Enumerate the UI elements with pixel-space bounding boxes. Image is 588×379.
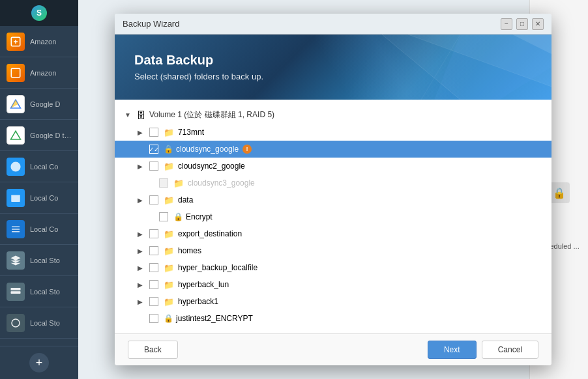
folder-icon: 📁: [164, 280, 174, 290]
sidebar-item-label: Local Sto: [30, 319, 60, 327]
local-backup-icon1: [7, 158, 25, 176]
maximize-button[interactable]: □: [516, 18, 528, 30]
next-button[interactable]: Next: [428, 341, 477, 359]
storage-icon3: [7, 314, 25, 332]
checkbox-cloudsync-google[interactable]: ✓: [149, 145, 158, 154]
folder-tree[interactable]: ▼ 🗄 Volume 1 (位於 磁碟群組 1, RAID 5) ▶ 📁 713…: [115, 100, 551, 333]
sidebar-item-storage2[interactable]: Local Sto: [0, 276, 78, 307]
tree-item-hyperback-lun[interactable]: ▶ 📁 hyperback_lun: [115, 276, 551, 293]
sidebar-item-storage1[interactable]: Local Sto: [0, 245, 78, 276]
tree-item-cloudsync2[interactable]: ▶ 📁 cloudsync2_google: [115, 158, 551, 175]
tree-item-encrypt[interactable]: 🔒 Encrypt: [115, 208, 551, 225]
checkbox-713mnt[interactable]: [149, 128, 158, 137]
lock-icon-encrypt: 🔒: [173, 212, 183, 221]
sidebar-item-local1[interactable]: Local Co: [0, 151, 78, 182]
item-name-cloudsync3: cloudsync3_google: [188, 178, 255, 188]
close-button[interactable]: ✕: [532, 18, 544, 30]
tree-item-hyper-backup[interactable]: ▶ 📁 hyper_backup_localfile: [115, 259, 551, 276]
expand-arrow: ▶: [138, 197, 145, 204]
warning-icon-cloudsync: !: [243, 145, 252, 154]
svg-marker-10: [408, 35, 551, 87]
tree-item-hyperback1[interactable]: ▶ 📁 hyperback1: [115, 293, 551, 310]
checkbox-cloudsync3[interactable]: [159, 178, 168, 188]
checkbox-cloudsync2[interactable]: [149, 161, 158, 171]
checkbox-hyperback1[interactable]: [149, 297, 158, 306]
checkbox-justintest2[interactable]: [149, 314, 158, 323]
svg-rect-5: [11, 195, 20, 202]
minimize-button[interactable]: −: [501, 18, 512, 30]
tree-item-export-dest[interactable]: ▶ 📁 export_destination: [115, 225, 551, 242]
sidebar-item-local2[interactable]: Local Co: [0, 182, 78, 214]
dialog-header: Data Backup Select (shared) folders to b…: [115, 35, 551, 100]
item-name-cloudsync2: cloudsync2_google: [178, 161, 245, 171]
tree-item-cloudsync-google[interactable]: ✓ 🔒 cloudsync_google !: [115, 141, 551, 158]
sidebar-item-local3[interactable]: Local Co: [0, 214, 78, 245]
volume-label: Volume 1 (位於 磁碟群組 1, RAID 5): [149, 109, 274, 120]
gdrive-icon1: [7, 95, 25, 113]
svg-line-13: [382, 35, 460, 100]
dialog-overlay: Backup Wizard − □ ✕: [78, 0, 588, 379]
lock-icon-justintest2: 🔒: [164, 314, 173, 323]
back-button[interactable]: Back: [128, 341, 178, 359]
dialog-footer: Back Next Cancel: [115, 333, 551, 365]
folder-icon: 📁: [164, 246, 174, 256]
item-name-encrypt: Encrypt: [186, 212, 213, 221]
sidebar-item-label: Local Sto: [30, 257, 60, 264]
expand-arrow: ▶: [138, 247, 145, 255]
expand-arrow: ▶: [138, 281, 145, 288]
storage-icon2: [7, 283, 25, 301]
expand-arrow: ▶: [138, 231, 145, 238]
storage-icon1: [7, 251, 25, 270]
sidebar-item-amazon1[interactable]: Amazon: [0, 26, 78, 57]
dialog-controls: − □ ✕: [501, 18, 544, 30]
checkbox-data[interactable]: [149, 195, 158, 204]
item-name-hyperback1: hyperback1: [178, 297, 218, 306]
volume-icon: 🗄: [136, 110, 145, 120]
amazon-icon1: [7, 33, 25, 51]
svg-marker-12: [512, 35, 551, 54]
dialog-header-subtitle: Select (shared) folders to back up.: [134, 72, 263, 81]
svg-marker-4: [11, 131, 21, 139]
svg-marker-11: [434, 35, 551, 100]
folder-icon: 📁: [164, 297, 174, 307]
tree-item-justintest2[interactable]: 🔒 justintest2_ENCRYPT: [115, 310, 551, 327]
add-button[interactable]: +: [29, 353, 49, 372]
header-decoration: [333, 35, 551, 100]
expand-arrow: ▶: [138, 163, 145, 170]
sidebar-item-storage3[interactable]: Local Sto: [0, 307, 78, 339]
sidebar-item-amazon2[interactable]: Amazon: [0, 57, 78, 89]
svg-rect-1: [11, 68, 20, 77]
svg-rect-7: [11, 291, 21, 294]
checkbox-hyper-backup[interactable]: [149, 263, 158, 272]
svg-marker-9: [382, 35, 551, 100]
sidebar-item-label: Local Co: [30, 225, 58, 233]
checkbox-hyperback-lun[interactable]: [149, 280, 158, 289]
sidebar-header: S: [0, 0, 78, 26]
sidebar-item-gdrive1[interactable]: Google D: [0, 89, 78, 120]
expand-arrow: ▶: [138, 129, 145, 136]
checkbox-export-dest[interactable]: [149, 229, 158, 238]
local-backup-icon2: [7, 189, 25, 207]
item-name-cloudsync-google: cloudsync_google: [176, 145, 239, 154]
sidebar-item-label: Google D test: [30, 132, 72, 139]
svg-point-8: [12, 319, 20, 327]
sidebar-item-gdrive2[interactable]: Google D test: [0, 120, 78, 151]
tree-item-data[interactable]: ▶ 📁 data: [115, 191, 551, 208]
dialog-titlebar: Backup Wizard − □ ✕: [115, 14, 551, 35]
volume-row[interactable]: ▼ 🗄 Volume 1 (位於 磁碟群組 1, RAID 5): [115, 106, 551, 124]
item-name-justintest2: justintest2_ENCRYPT: [176, 314, 253, 323]
cancel-button[interactable]: Cancel: [482, 341, 538, 359]
folder-icon: 📁: [164, 229, 174, 239]
tree-item-homes[interactable]: ▶ 📁 homes: [115, 242, 551, 259]
svg-rect-6: [11, 288, 21, 290]
checkbox-homes[interactable]: [149, 246, 158, 255]
item-name-data: data: [178, 195, 193, 204]
local-backup-icon3: [7, 220, 25, 238]
sidebar-item-label: Local Sto: [30, 288, 60, 296]
tree-item-713mnt[interactable]: ▶ 📁 713mnt: [115, 124, 551, 141]
dialog-title: Backup Wizard: [123, 19, 179, 29]
tree-item-cloudsync3[interactable]: 📁 cloudsync3_google: [115, 175, 551, 191]
checkbox-encrypt[interactable]: [159, 212, 168, 221]
sidebar-bottom: +: [0, 346, 78, 379]
item-name-713mnt: 713mnt: [178, 128, 204, 137]
